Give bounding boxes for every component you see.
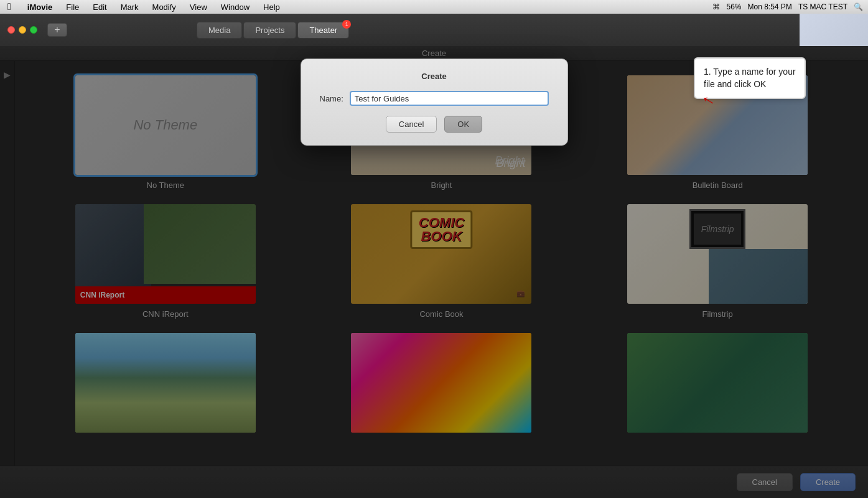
dialog-buttons: Cancel OK: [320, 116, 549, 133]
traffic-lights: [7, 26, 37, 34]
tab-theater[interactable]: Theater 1: [297, 22, 349, 39]
tab-projects[interactable]: Projects: [243, 22, 296, 39]
toolbar-tabs: Media Projects Theater 1: [197, 22, 349, 39]
fullscreen-button[interactable]: [30, 26, 37, 34]
tab-media[interactable]: Media: [197, 22, 242, 39]
battery-indicator: 56%: [726, 2, 741, 11]
menubar-imovie[interactable]: iMovie: [25, 2, 55, 12]
name-label: Name:: [320, 94, 343, 103]
search-icon[interactable]: 🔍: [854, 2, 863, 11]
dialog-overlay: 1. Type a name for your file and click O…: [0, 46, 868, 498]
dialog-form-row: Name:: [320, 91, 549, 106]
window-area: Create ▶ No Theme No Theme Bright: [0, 46, 868, 498]
menubar:  iMovie File Edit Mark Modify View Wind…: [0, 0, 868, 14]
wifi-icon: ⌘: [712, 2, 720, 11]
annotation: 1. Type a name for your file and click O…: [694, 57, 806, 99]
menubar-window[interactable]: Window: [218, 2, 252, 12]
dialog-cancel-button[interactable]: Cancel: [386, 116, 437, 133]
dialog-ok-button[interactable]: OK: [444, 116, 482, 133]
close-button[interactable]: [7, 26, 15, 34]
create-dialog: Create Name: Cancel OK: [301, 59, 568, 146]
menubar-file[interactable]: File: [63, 2, 82, 12]
menubar-modify[interactable]: Modify: [150, 2, 179, 12]
clock: Mon 8:54 PM: [748, 2, 792, 11]
toolbar: + Media Projects Theater 1 ↑: [0, 14, 868, 46]
menubar-help[interactable]: Help: [261, 2, 282, 12]
minimize-button[interactable]: [19, 26, 26, 34]
apple-menu[interactable]: : [5, 1, 14, 12]
name-input[interactable]: [350, 91, 549, 106]
username: TS MAC TEST: [798, 2, 847, 11]
add-button[interactable]: +: [47, 23, 67, 37]
tab-badge: 1: [342, 20, 351, 29]
menubar-mark[interactable]: Mark: [118, 2, 141, 12]
dialog-title: Create: [320, 72, 549, 81]
menubar-view[interactable]: View: [187, 2, 210, 12]
menubar-edit[interactable]: Edit: [90, 2, 109, 12]
menubar-right: ⌘ 56% Mon 8:54 PM TS MAC TEST 🔍: [712, 2, 863, 11]
